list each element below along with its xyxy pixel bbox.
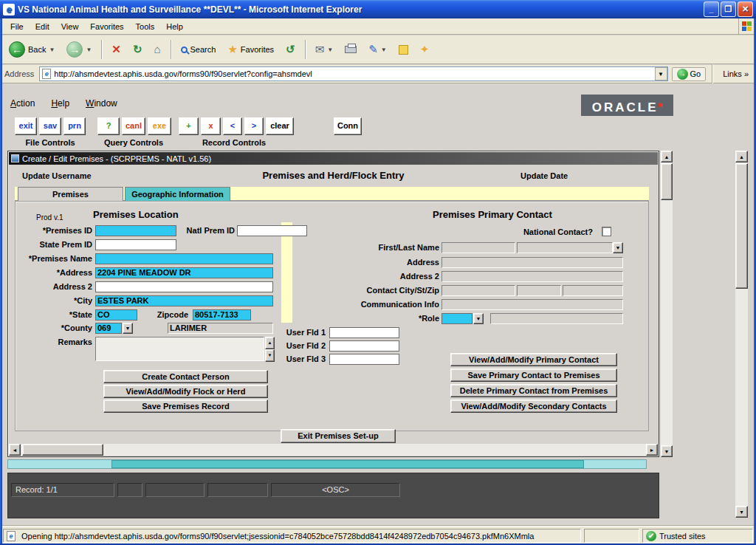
menu-favorites[interactable]: Favorites bbox=[84, 21, 129, 32]
state-field[interactable]: CO bbox=[95, 309, 137, 321]
save-premises-record-button[interactable]: Save Premises Record bbox=[103, 400, 268, 413]
back-dropdown-icon[interactable]: ▼ bbox=[49, 47, 55, 53]
view-secondary-contacts-button[interactable]: View/Add/Modify Secondary Contacts bbox=[450, 400, 617, 413]
user-fld1-field[interactable] bbox=[329, 327, 399, 338]
history-button[interactable]: ↺ bbox=[281, 41, 300, 58]
form-vertical-scrollbar[interactable]: ▲ ▼ bbox=[661, 151, 673, 457]
remarks-field[interactable] bbox=[95, 337, 264, 361]
first-name-field[interactable] bbox=[441, 242, 515, 253]
print-form-button[interactable]: prn bbox=[63, 117, 86, 135]
form-horizontal-scrollbar[interactable]: ◄ ► bbox=[9, 444, 658, 456]
county-dropdown-icon[interactable]: ▼ bbox=[123, 323, 133, 334]
natl-prem-id-field[interactable] bbox=[237, 225, 307, 236]
previous-record-button[interactable]: < bbox=[223, 117, 242, 135]
scroll-up-icon[interactable]: ▲ bbox=[735, 151, 748, 162]
contact-address-field[interactable] bbox=[441, 257, 623, 268]
horizontal-scroll-thumb[interactable] bbox=[22, 444, 103, 456]
applet-menu-action[interactable]: Action bbox=[10, 98, 35, 109]
address-url[interactable]: http://ahsmdevtest.aphis.usda.gov/forms9… bbox=[54, 69, 654, 78]
stop-button[interactable]: ✕ bbox=[107, 41, 126, 58]
role-name-field[interactable] bbox=[490, 313, 623, 324]
forward-dropdown-icon[interactable]: ▼ bbox=[86, 47, 92, 53]
execute-query-button[interactable]: exe bbox=[148, 117, 171, 135]
address2-field[interactable] bbox=[95, 281, 273, 292]
address-dropdown-icon[interactable]: ▼ bbox=[655, 67, 667, 80]
create-contact-person-button[interactable]: Create Contact Person bbox=[103, 370, 268, 383]
go-button[interactable]: → Go bbox=[672, 67, 707, 81]
vertical-scroll-thumb[interactable] bbox=[661, 163, 673, 200]
address-field[interactable]: 2204 PINE MEADOW DR bbox=[95, 267, 273, 278]
maximize-button[interactable]: ❐ bbox=[721, 1, 736, 17]
close-button[interactable]: ✕ bbox=[738, 1, 753, 17]
menu-tools[interactable]: Tools bbox=[130, 21, 161, 32]
contact-address2-field[interactable] bbox=[441, 271, 623, 282]
user-fld3-field[interactable] bbox=[329, 354, 399, 365]
applet-vertical-scrollbar[interactable]: ▲ ▼ bbox=[735, 151, 748, 518]
zipcode-field[interactable]: 80517-7133 bbox=[193, 309, 251, 321]
menu-help[interactable]: Help bbox=[160, 21, 189, 32]
communication-info-field[interactable] bbox=[441, 299, 623, 310]
edit-button[interactable]: ✎ ▼ bbox=[364, 41, 391, 58]
print-button[interactable] bbox=[340, 44, 361, 55]
discuss-button[interactable] bbox=[394, 43, 413, 57]
city-field[interactable]: ESTES PARK bbox=[95, 295, 273, 306]
search-button[interactable]: Search bbox=[176, 43, 221, 56]
tab-premises[interactable]: Premises bbox=[18, 187, 123, 201]
minimize-button[interactable]: _ bbox=[704, 1, 719, 17]
mail-dropdown-icon[interactable]: ▼ bbox=[327, 47, 333, 53]
contact-state-field[interactable] bbox=[517, 285, 561, 296]
scroll-down-icon[interactable]: ▼ bbox=[661, 445, 673, 457]
back-button[interactable]: ← Back ▼ bbox=[4, 39, 59, 60]
message-scroll-thumb[interactable] bbox=[111, 460, 584, 468]
menu-file[interactable]: File bbox=[4, 21, 30, 32]
premises-id-field[interactable] bbox=[95, 225, 176, 236]
refresh-button[interactable]: ↻ bbox=[128, 41, 147, 58]
scroll-left-icon[interactable]: ◄ bbox=[9, 444, 21, 456]
user-fld2-field[interactable] bbox=[329, 340, 399, 352]
save-primary-contact-button[interactable]: Save Primary Contact to Premises bbox=[450, 369, 617, 382]
view-primary-contact-button[interactable]: View/Add/Modify Primary Contact bbox=[450, 353, 617, 366]
national-contact-checkbox[interactable] bbox=[602, 227, 611, 236]
favorites-button[interactable]: ★ Favorites bbox=[223, 41, 278, 58]
exit-button[interactable]: exit bbox=[15, 117, 37, 135]
applet-scroll-thumb[interactable] bbox=[735, 163, 748, 289]
view-add-modify-flock-button[interactable]: View/Add/Modify Flock or Herd bbox=[103, 385, 268, 398]
exit-premises-setup-button[interactable]: Exit Premises Set-up bbox=[281, 429, 396, 443]
links-button[interactable]: Links » bbox=[718, 69, 753, 78]
clear-button[interactable]: clear bbox=[266, 117, 294, 135]
contact-zip-field[interactable] bbox=[563, 285, 623, 296]
home-button[interactable]: ⌂ bbox=[149, 41, 165, 58]
mail-button[interactable]: ✉ ▼ bbox=[311, 41, 338, 58]
tab-geographic-information[interactable]: Geographic Information bbox=[125, 187, 230, 201]
save-button[interactable]: sav bbox=[39, 117, 61, 135]
edit-dropdown-icon[interactable]: ▼ bbox=[381, 47, 387, 53]
address-input[interactable]: e http://ahsmdevtest.aphis.usda.gov/form… bbox=[39, 66, 667, 81]
menu-edit[interactable]: Edit bbox=[30, 21, 55, 32]
delete-primary-contact-button[interactable]: Delete Primary Contact from Premises bbox=[450, 384, 617, 397]
role-field[interactable] bbox=[441, 313, 472, 324]
premises-name-field[interactable] bbox=[95, 253, 273, 264]
scroll-right-icon[interactable]: ► bbox=[646, 444, 658, 456]
scroll-up-icon[interactable]: ▲ bbox=[661, 151, 673, 162]
name-dropdown-icon[interactable]: ▼ bbox=[613, 242, 623, 253]
county-field[interactable]: 069 bbox=[95, 323, 122, 334]
form-window-titlebar[interactable]: Create / Edit Premises - (SCRPREMS - NAT… bbox=[9, 152, 658, 165]
add-record-button[interactable]: + bbox=[179, 117, 199, 135]
contact-city-field[interactable] bbox=[441, 285, 515, 296]
message-scrollbar[interactable] bbox=[7, 459, 647, 469]
forward-button[interactable]: → ▼ bbox=[62, 39, 96, 60]
applet-menu-help[interactable]: Help bbox=[51, 98, 69, 109]
next-record-button[interactable]: > bbox=[244, 117, 264, 135]
links-chevron-icon[interactable]: » bbox=[744, 69, 749, 78]
cancel-query-button[interactable]: canl bbox=[122, 117, 145, 135]
delete-record-button[interactable]: x bbox=[201, 117, 221, 135]
menu-view[interactable]: View bbox=[55, 21, 85, 32]
query-button[interactable]: ? bbox=[97, 117, 120, 135]
last-name-field[interactable] bbox=[517, 242, 613, 253]
messenger-button[interactable]: ✦ bbox=[416, 41, 434, 58]
conn-button[interactable]: Conn bbox=[334, 117, 362, 135]
state-prem-id-field[interactable] bbox=[95, 239, 176, 250]
scroll-down-icon[interactable]: ▼ bbox=[735, 506, 748, 518]
role-dropdown-icon[interactable]: ▼ bbox=[473, 313, 484, 324]
applet-menu-window[interactable]: Window bbox=[86, 98, 117, 109]
